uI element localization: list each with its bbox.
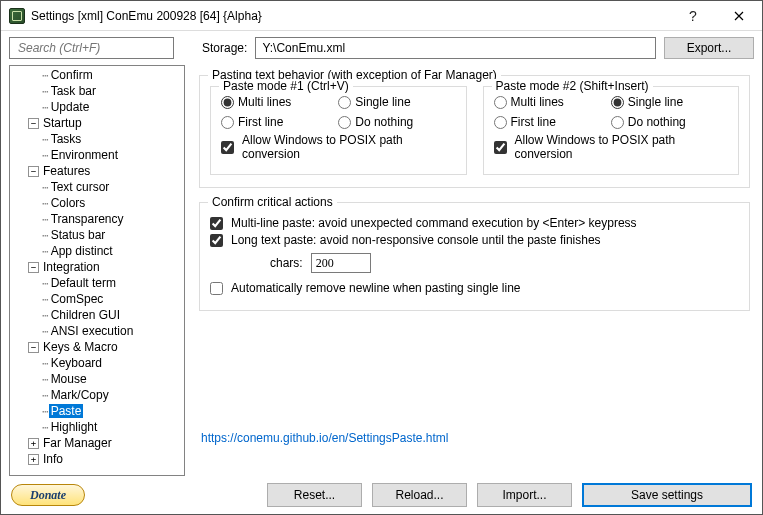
tree-item[interactable]: ⋯ Default term bbox=[10, 275, 184, 291]
confirm-longtext-check[interactable]: Long text paste: avoid non-responsive co… bbox=[210, 233, 739, 247]
confirm-group: Confirm critical actions Multi-line past… bbox=[199, 202, 750, 311]
tree-branch-icon: ⋯ bbox=[42, 421, 48, 434]
tree-item[interactable]: − Keys & Macro bbox=[10, 339, 184, 355]
tree-item[interactable]: + Info bbox=[10, 451, 184, 467]
expand-icon[interactable]: + bbox=[28, 438, 39, 449]
tree-item[interactable]: − Integration bbox=[10, 259, 184, 275]
mode1-single-label: Single line bbox=[355, 95, 410, 109]
mode2-multi-radio[interactable]: Multi lines bbox=[494, 95, 611, 109]
tree-item[interactable]: ⋯ Environment bbox=[10, 147, 184, 163]
close-button[interactable] bbox=[716, 1, 762, 31]
confirm-longtext-label: Long text paste: avoid non-responsive co… bbox=[231, 233, 601, 247]
import-button[interactable]: Import... bbox=[477, 483, 572, 507]
settings-tree[interactable]: ⋯ Confirm⋯ Task bar⋯ Update− Startup⋯ Ta… bbox=[9, 65, 185, 476]
collapse-icon[interactable]: − bbox=[28, 166, 39, 177]
tree-item[interactable]: ⋯ Text cursor bbox=[10, 179, 184, 195]
donate-button[interactable]: Donate bbox=[11, 484, 85, 506]
tree-item-label: Mouse bbox=[49, 372, 89, 386]
tree-item-label: Task bar bbox=[49, 84, 98, 98]
mode2-posix-check[interactable]: Allow Windows to POSIX path conversion bbox=[494, 133, 729, 161]
tree-item[interactable]: ⋯ Task bar bbox=[10, 83, 184, 99]
mode1-posix-check[interactable]: Allow Windows to POSIX path conversion bbox=[221, 133, 456, 161]
tree-item[interactable]: ⋯ Transparency bbox=[10, 211, 184, 227]
search-input[interactable] bbox=[16, 40, 171, 56]
tree-item[interactable]: ⋯ Mouse bbox=[10, 371, 184, 387]
tree-item[interactable]: ⋯ Keyboard bbox=[10, 355, 184, 371]
tree-item-label: Paste bbox=[49, 404, 84, 418]
confirm-group-title: Confirm critical actions bbox=[208, 195, 337, 209]
mode2-posix-label: Allow Windows to POSIX path conversion bbox=[515, 133, 729, 161]
confirm-autoremove-check[interactable]: Automatically remove newline when pastin… bbox=[210, 281, 739, 295]
settings-panel: Pasting text behavior (with exception of… bbox=[185, 65, 762, 476]
tree-item[interactable]: ⋯ Update bbox=[10, 99, 184, 115]
tree-item-label: Mark/Copy bbox=[49, 388, 111, 402]
expand-icon[interactable]: + bbox=[28, 454, 39, 465]
reset-button[interactable]: Reset... bbox=[267, 483, 362, 507]
app-icon bbox=[9, 8, 25, 24]
tree-item[interactable]: ⋯ Colors bbox=[10, 195, 184, 211]
storage-field[interactable]: Y:\ConEmu.xml bbox=[255, 37, 656, 59]
mode1-multi-radio[interactable]: Multi lines bbox=[221, 95, 338, 109]
tree-branch-icon: ⋯ bbox=[42, 197, 48, 210]
tree-item[interactable]: ⋯ ANSI execution bbox=[10, 323, 184, 339]
tree-branch-icon: ⋯ bbox=[42, 373, 48, 386]
tree-branch-icon: ⋯ bbox=[42, 325, 48, 338]
tree-item-label: Tasks bbox=[49, 132, 84, 146]
tree-item[interactable]: ⋯ Tasks bbox=[10, 131, 184, 147]
tree-branch-icon: ⋯ bbox=[42, 101, 48, 114]
collapse-icon[interactable]: − bbox=[28, 118, 39, 129]
tree-branch-icon: ⋯ bbox=[42, 357, 48, 370]
mode1-first-label: First line bbox=[238, 115, 283, 129]
tree-item-label: Text cursor bbox=[49, 180, 112, 194]
mode1-single-radio[interactable]: Single line bbox=[338, 95, 455, 109]
mode2-single-radio[interactable]: Single line bbox=[611, 95, 728, 109]
confirm-autoremove-label: Automatically remove newline when pastin… bbox=[231, 281, 521, 295]
storage-label: Storage: bbox=[202, 41, 247, 55]
help-link[interactable]: https://conemu.github.io/en/SettingsPast… bbox=[199, 431, 750, 445]
search-box[interactable] bbox=[9, 37, 174, 59]
mode1-nothing-label: Do nothing bbox=[355, 115, 413, 129]
mode1-nothing-radio[interactable]: Do nothing bbox=[338, 115, 455, 129]
tree-item-label: Features bbox=[41, 164, 92, 178]
tree-item[interactable]: ⋯ Confirm bbox=[10, 67, 184, 83]
mode2-first-radio[interactable]: First line bbox=[494, 115, 611, 129]
tree-item[interactable]: − Startup bbox=[10, 115, 184, 131]
tree-item[interactable]: + Far Manager bbox=[10, 435, 184, 451]
tree-item[interactable]: ⋯ ComSpec bbox=[10, 291, 184, 307]
help-button[interactable]: ? bbox=[670, 1, 716, 31]
tree-item[interactable]: ⋯ Highlight bbox=[10, 419, 184, 435]
mode1-first-radio[interactable]: First line bbox=[221, 115, 338, 129]
tree-item-label: Default term bbox=[49, 276, 118, 290]
tree-branch-icon: ⋯ bbox=[42, 277, 48, 290]
pasting-group: Pasting text behavior (with exception of… bbox=[199, 75, 750, 188]
tree-item-label: Integration bbox=[41, 260, 102, 274]
reload-button[interactable]: Reload... bbox=[372, 483, 467, 507]
tree-branch-icon: ⋯ bbox=[42, 245, 48, 258]
mode1-posix-label: Allow Windows to POSIX path conversion bbox=[242, 133, 456, 161]
tree-item-label: Far Manager bbox=[41, 436, 114, 450]
tree-branch-icon: ⋯ bbox=[42, 213, 48, 226]
tree-item-label: Keys & Macro bbox=[41, 340, 120, 354]
tree-item[interactable]: ⋯ Mark/Copy bbox=[10, 387, 184, 403]
tree-branch-icon: ⋯ bbox=[42, 309, 48, 322]
tree-item-label: Info bbox=[41, 452, 65, 466]
tree-item[interactable]: ⋯ App distinct bbox=[10, 243, 184, 259]
tree-item[interactable]: ⋯ Status bar bbox=[10, 227, 184, 243]
save-settings-button[interactable]: Save settings bbox=[582, 483, 752, 507]
tree-item[interactable]: − Features bbox=[10, 163, 184, 179]
export-button[interactable]: Export... bbox=[664, 37, 754, 59]
paste-mode-1-title: Paste mode #1 (Ctrl+V) bbox=[219, 79, 353, 93]
confirm-multiline-check[interactable]: Multi-line paste: avoid unexpected comma… bbox=[210, 216, 739, 230]
chars-input[interactable] bbox=[311, 253, 371, 273]
tree-item[interactable]: ⋯ Children GUI bbox=[10, 307, 184, 323]
tree-item-label: ComSpec bbox=[49, 292, 106, 306]
tree-item-label: Environment bbox=[49, 148, 120, 162]
collapse-icon[interactable]: − bbox=[28, 342, 39, 353]
mode2-nothing-radio[interactable]: Do nothing bbox=[611, 115, 728, 129]
tree-item-label: Startup bbox=[41, 116, 84, 130]
tree-item[interactable]: ⋯ Paste bbox=[10, 403, 184, 419]
tree-branch-icon: ⋯ bbox=[42, 149, 48, 162]
collapse-icon[interactable]: − bbox=[28, 262, 39, 273]
mode2-nothing-label: Do nothing bbox=[628, 115, 686, 129]
tree-item-label: Keyboard bbox=[49, 356, 104, 370]
